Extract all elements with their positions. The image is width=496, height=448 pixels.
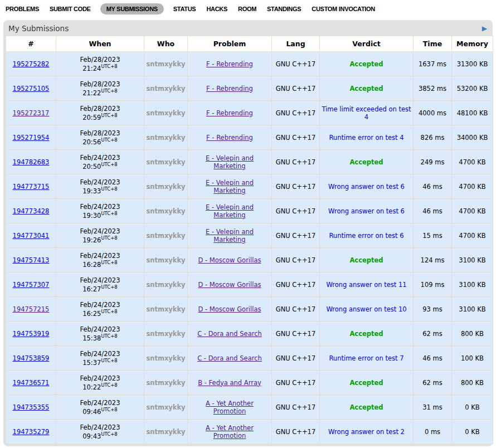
user-handle[interactable]: sntmxykky [146,183,185,191]
submission-lang: GNU C++17 [272,52,320,76]
verdict-text[interactable]: Accepted [349,60,383,68]
user-handle[interactable]: sntmxykky [146,85,185,92]
nav-item-room[interactable]: ROOM [237,3,257,14]
submission-id-link[interactable]: 194782683 [13,158,50,166]
submission-date: Feb/28/2023 [58,129,142,137]
submission-time: 16:27UTC+8 [58,284,142,293]
user-handle[interactable]: sntmxykky [146,403,185,411]
verdict-text[interactable]: Time limit exceeded on test 4 [322,105,411,121]
user-handle[interactable]: sntmxykky [146,109,185,117]
submission-exec-time: 826 ms [414,125,452,150]
problem-link[interactable]: F - Rebrending [206,134,253,142]
nav-item-custom-invocation[interactable]: CUSTOM INVOCATION [310,3,376,14]
submission-memory: 3100 KB [452,248,493,272]
user-handle[interactable]: sntmxykky [146,428,185,436]
submission-time: 16:25UTC+8 [58,309,142,318]
submission-when: Feb/24/2023 16:25UTC+8 [56,297,144,322]
submission-id-link[interactable]: 194757307 [13,281,50,289]
verdict-text[interactable]: Accepted [349,330,383,338]
user-handle[interactable]: sntmxykky [146,256,185,264]
problem-link[interactable]: A - Yet Another Promotion [206,424,254,440]
submission-id-link[interactable]: 194735355 [13,403,50,411]
verdict-text[interactable]: Accepted [349,85,383,92]
verdict-text[interactable]: Accepted [349,256,383,264]
nav-item-submit-code[interactable]: SUBMIT CODE [48,3,92,14]
submission-id-link[interactable]: 195271954 [13,134,50,142]
submission-lang: GNU C++17 [272,150,320,174]
verdict-text[interactable]: Wrong answer on test 2 [328,428,405,436]
submission-id-link[interactable]: 194757215 [13,305,50,313]
submission-time: 16:28UTC+8 [58,260,142,269]
submission-id-link[interactable]: 194757413 [13,256,50,264]
timezone-label: UTC+8 [101,382,117,388]
expand-arrow-icon[interactable]: ▶ [482,25,487,32]
timezone-label: UTC+8 [101,333,117,339]
user-handle[interactable]: sntmxykky [146,134,185,142]
timezone-label: UTC+8 [101,309,117,314]
verdict-text[interactable]: Wrong answer on test 11 [326,281,406,289]
submission-when: Feb/24/2023 09:46UTC+8 [56,395,144,420]
user-handle[interactable]: sntmxykky [146,379,185,387]
submission-memory: 4700 KB [452,174,493,199]
submission-time: 19:33UTC+8 [58,186,142,195]
verdict-text[interactable]: Runtime error on test 7 [329,354,403,362]
submission-date: Feb/24/2023 [58,301,142,309]
user-handle[interactable]: sntmxykky [146,330,185,338]
verdict-text[interactable]: Runtime error on test 6 [329,232,403,240]
submission-id-link[interactable]: 194736571 [13,379,50,387]
user-handle[interactable]: sntmxykky [146,158,185,166]
problem-link[interactable]: D - Moscow Gorillas [198,305,261,313]
verdict-text[interactable]: Wrong answer on test 6 [328,207,405,215]
problem-link[interactable]: E - Velepin and Marketing [206,179,254,194]
nav-item-problems[interactable]: PROBLEMS [4,3,40,14]
submission-exec-time: 4000 ms [414,101,452,125]
submission-id-link[interactable]: 194753859 [13,354,50,362]
table-header-row: # When Who Problem Lang Verdict Time Mem… [6,36,493,52]
submission-id-link[interactable]: 195272317 [13,109,50,117]
problem-link[interactable]: E - Velepin and Marketing [206,228,254,244]
verdict-text[interactable]: Runtime error on test 4 [329,134,403,142]
problem-link[interactable]: D - Moscow Gorillas [198,281,261,289]
submission-when: Feb/24/2023 19:33UTC+8 [56,174,144,199]
verdict-text[interactable]: Wrong answer on test 6 [328,183,405,191]
problem-link[interactable]: F - Rebrending [206,60,253,68]
problem-link[interactable]: D - Moscow Gorillas [198,256,261,264]
submission-memory: 3100 KB [452,297,493,322]
submission-id-link[interactable]: 195275282 [13,60,50,68]
submission-id-link[interactable]: 194753919 [13,330,50,338]
user-handle[interactable]: sntmxykky [146,232,185,240]
problem-link[interactable]: C - Dora and Search [197,354,262,362]
submission-id-link[interactable]: 194773428 [13,207,50,215]
submission-lang: GNU C++17 [272,297,320,322]
verdict-text[interactable]: Accepted [349,403,383,411]
submission-id-link[interactable]: 194735279 [13,428,50,436]
user-handle[interactable]: sntmxykky [146,281,185,289]
problem-link[interactable]: B - Fedya and Array [198,379,261,387]
user-handle[interactable]: sntmxykky [146,207,185,215]
user-handle[interactable]: sntmxykky [146,305,185,313]
user-handle[interactable]: sntmxykky [146,60,185,68]
problem-link[interactable]: C - Dora and Search [197,330,262,338]
nav-item-my-submissions[interactable]: MY SUBMISSIONS [100,3,164,14]
problem-link[interactable]: F - Rebrending [206,109,253,117]
verdict-text[interactable]: Accepted [349,379,383,387]
submission-id-link[interactable]: 194773715 [13,183,50,191]
problem-link[interactable]: A - Yet Another Promotion [206,400,254,415]
nav-item-standings[interactable]: STANDINGS [266,3,302,14]
submission-id-link[interactable]: 195275105 [13,85,50,92]
nav-item-hacks[interactable]: HACKS [205,3,228,14]
verdict-text[interactable]: Accepted [349,158,383,166]
timezone-label: UTC+8 [101,88,117,94]
problem-link[interactable]: F - Rebrending [206,85,253,92]
problem-link[interactable]: E - Velepin and Marketing [206,154,254,170]
submission-memory: 0 KB [452,420,493,444]
submission-date: Feb/24/2023 [58,276,142,284]
verdict-text[interactable]: Wrong answer on test 10 [326,305,406,313]
timezone-label: UTC+8 [101,162,117,167]
nav-item-status[interactable]: STATUS [172,3,197,14]
submission-id-link[interactable]: 194773041 [13,232,50,240]
submission-memory: 800 KB [452,322,493,346]
user-handle[interactable]: sntmxykky [146,354,185,362]
submission-lang: GNU C++17 [272,76,320,101]
problem-link[interactable]: E - Velepin and Marketing [206,203,254,219]
